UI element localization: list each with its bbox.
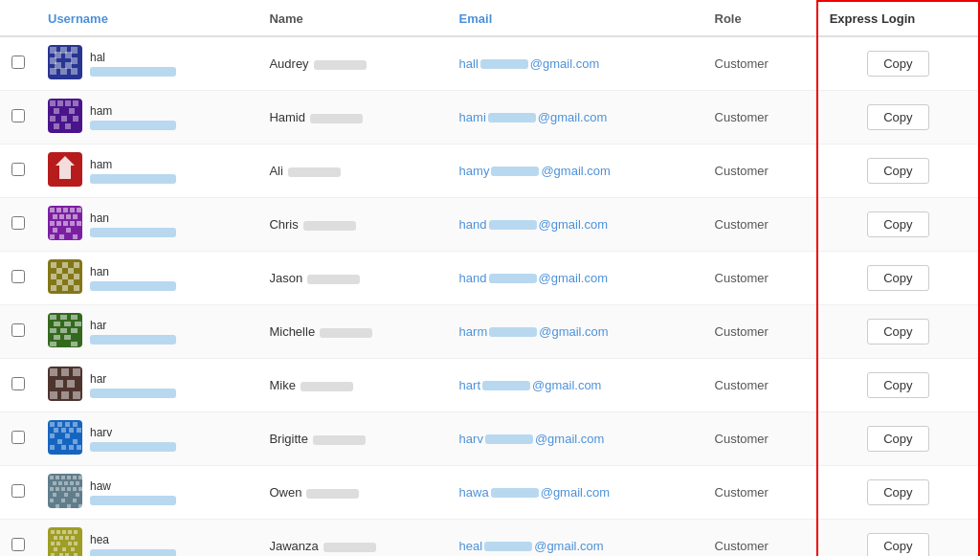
email-suffix: @gmail.com (539, 324, 608, 339)
copy-button[interactable]: Copy (867, 158, 928, 184)
name-cell: Ali (257, 145, 447, 198)
avatar (48, 420, 82, 457)
svg-rect-109 (64, 481, 68, 485)
svg-rect-48 (62, 262, 68, 268)
email-suffix: @gmail.com (532, 378, 601, 392)
col-header-username: Username (36, 1, 257, 36)
row-checkbox[interactable] (11, 538, 25, 551)
email-prefix: heal (459, 539, 483, 553)
svg-rect-58 (62, 285, 68, 291)
svg-rect-69 (71, 328, 78, 333)
svg-rect-27 (50, 208, 55, 212)
row-checkbox[interactable] (11, 270, 25, 283)
username-prefix: hea (90, 533, 176, 546)
row-checkbox[interactable] (11, 163, 25, 176)
svg-rect-106 (78, 476, 82, 479)
copy-button[interactable]: Copy (867, 104, 928, 130)
svg-rect-92 (50, 434, 55, 438)
svg-rect-52 (51, 274, 56, 279)
col-header-checkbox (0, 1, 36, 36)
row-checkbox[interactable] (11, 377, 25, 390)
email-cell: hand@gmail.com (448, 252, 703, 305)
role-cell: Customer (703, 520, 817, 557)
col-header-email: Email (448, 1, 703, 36)
avatar (48, 474, 82, 511)
username-prefix: ham (90, 158, 176, 171)
avatar (48, 527, 82, 556)
email-prefix: hand (459, 217, 487, 232)
avatar (48, 259, 82, 297)
row-checkbox[interactable] (11, 484, 25, 498)
svg-rect-113 (56, 487, 59, 491)
row-checkbox[interactable] (11, 323, 25, 337)
row-checkbox[interactable] (11, 216, 25, 230)
svg-rect-80 (50, 391, 57, 399)
username-redacted (90, 335, 176, 345)
copy-button[interactable]: Copy (867, 479, 928, 505)
svg-rect-76 (61, 368, 69, 376)
svg-rect-43 (50, 234, 55, 239)
svg-rect-87 (73, 422, 78, 427)
svg-rect-59 (74, 285, 79, 291)
name-cell: Mike (257, 359, 447, 412)
email-redacted (484, 542, 532, 551)
name-first: Owen (269, 485, 301, 500)
email-suffix: @gmail.com (541, 164, 610, 178)
username-cell: han (36, 252, 257, 305)
express-login-cell: Copy (817, 91, 979, 145)
svg-rect-18 (54, 108, 59, 114)
username-redacted (90, 228, 176, 237)
express-login-cell: Copy (817, 252, 979, 305)
name-cell: Owen (257, 466, 447, 520)
name-redacted (288, 167, 341, 177)
name-redacted (323, 543, 376, 552)
email-cell: harm@gmail.com (448, 305, 703, 359)
username-redacted (90, 121, 176, 130)
copy-button[interactable]: Copy (867, 51, 928, 77)
row-checkbox[interactable] (11, 56, 25, 69)
svg-rect-110 (70, 481, 74, 485)
role-cell: Customer (703, 252, 817, 305)
name-redacted (301, 382, 353, 391)
email-cell: harv@gmail.com (448, 412, 703, 466)
svg-rect-57 (51, 285, 56, 291)
name-redacted (306, 489, 359, 499)
express-login-cell: Copy (817, 36, 979, 91)
svg-rect-142 (62, 547, 66, 551)
svg-rect-53 (62, 274, 68, 279)
svg-rect-125 (67, 504, 71, 508)
svg-rect-89 (61, 428, 66, 433)
name-redacted (314, 60, 367, 70)
role-cell: Customer (703, 145, 817, 198)
svg-rect-21 (61, 116, 67, 122)
svg-rect-77 (73, 368, 80, 376)
svg-rect-130 (62, 530, 66, 534)
name-redacted (313, 435, 366, 445)
name-redacted (303, 221, 356, 231)
copy-button[interactable]: Copy (867, 533, 928, 556)
email-suffix: @gmail.com (530, 56, 599, 71)
svg-rect-137 (51, 542, 55, 545)
row-checkbox[interactable] (11, 431, 25, 444)
svg-rect-15 (57, 100, 63, 106)
email-prefix: hawa (459, 485, 489, 500)
svg-rect-90 (69, 428, 74, 433)
name-redacted (310, 114, 363, 123)
email-prefix: hamy (459, 164, 490, 178)
name-first: Brigitte (269, 432, 307, 446)
svg-rect-122 (61, 499, 65, 502)
copy-button[interactable]: Copy (867, 265, 928, 291)
name-first: Chris (269, 217, 298, 232)
copy-button[interactable]: Copy (867, 211, 928, 237)
row-checkbox[interactable] (11, 109, 25, 122)
svg-rect-138 (56, 542, 60, 545)
copy-button[interactable]: Copy (867, 426, 928, 452)
copy-button[interactable]: Copy (867, 319, 928, 345)
copy-button[interactable]: Copy (867, 372, 928, 398)
role-cell: Customer (703, 198, 817, 252)
svg-rect-135 (65, 536, 69, 540)
name-cell: Audrey (257, 36, 447, 91)
svg-rect-105 (73, 476, 77, 479)
svg-rect-24 (65, 123, 71, 129)
svg-rect-42 (66, 228, 71, 233)
